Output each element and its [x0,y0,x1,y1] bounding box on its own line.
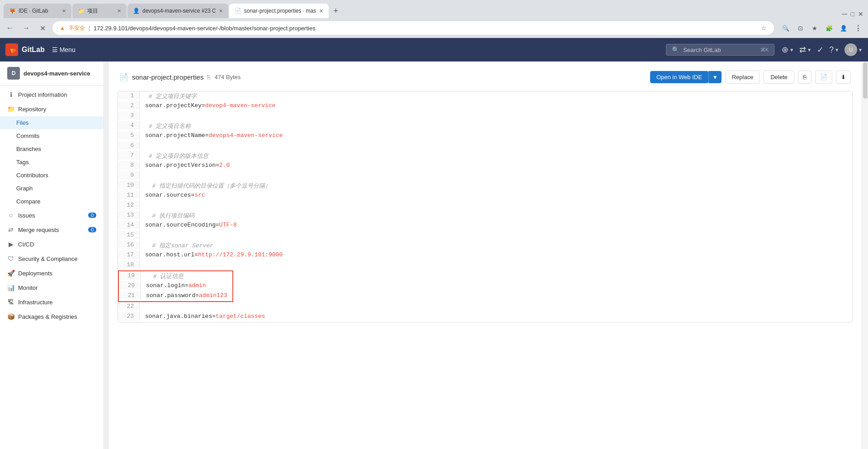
replace-button[interactable]: Replace [725,71,760,84]
todos-button[interactable]: ✓ [817,45,824,55]
sidebar-item-issues[interactable]: ○ Issues 0 [0,208,104,222]
sidebar-item-security[interactable]: 🛡 Security & Compliance [0,251,104,266]
code-viewer: 1 # 定义项目关键字 2 sonar.projectKey=devop4-ma… [118,91,853,322]
copy-raw-button[interactable]: ⎘ [798,71,811,84]
line-number-16: 16 [118,241,140,249]
sidebar-item-cicd[interactable]: ▶ CI/CD [0,237,104,251]
search-box[interactable]: 🔍 Search GitLab ⌘K [666,44,774,56]
new-tab-button[interactable]: + [329,4,343,18]
line-content-6 [140,141,154,150]
browser-close[interactable]: ✕ [858,10,863,18]
sidebar-item-repository[interactable]: 📁 Repository [0,102,104,116]
browser-tab-sonar[interactable]: 📄 sonar-project.properties · mas ✕ [229,4,329,18]
bookmark-manager-icon[interactable]: ★ [808,22,821,34]
browser-tab-devops[interactable]: 👤 devops4-maven-service #23 C ✕ [127,4,228,18]
line-content-14: sonar.sourceEncoding=UTF-8 [140,221,242,229]
line-content-17: sonar.host.url=http://172.29.9.101:9000 [140,250,288,259]
code-line-15: 15 [118,231,852,241]
browser-minimize[interactable]: ─ [842,10,847,18]
line-number-4: 4 [118,121,140,130]
line-content-22 [140,302,154,311]
line-number-8: 8 [118,161,140,170]
address-text[interactable]: 172.29.9.101/devops4/devops4-maven-servi… [94,25,757,32]
right-scrollbar[interactable] [862,61,868,449]
sidebar-sub-contributors[interactable]: Contributors [0,169,104,182]
extensions-icon[interactable]: 🧩 [823,22,835,34]
code-line-1: 1 # 定义项目关键字 [118,91,852,101]
code-line-17: 17 sonar.host.url=http://172.29.9.101:90… [118,250,852,260]
line-number-18: 18 [118,260,140,269]
tab-close-devops[interactable]: ✕ [219,8,223,14]
deployments-icon: 🚀 [7,269,14,277]
file-name-area: 📄 sonar-project.properties ⎘ 474 Bytes [119,73,241,81]
help-button[interactable]: ? ▼ [829,45,839,55]
sidebar-item-infrastructure[interactable]: 🏗 Infrastructure [0,295,104,309]
zoom-icon[interactable]: 🔍 [779,22,792,34]
gitlab-logo[interactable]: GitLab [5,43,45,56]
address-insecure-label: 不安全 [69,24,85,32]
tab-close-sonar[interactable]: ✕ [319,8,323,14]
line-content-5: sonar.projectName=devops4-maven-service [140,131,288,140]
download-button[interactable]: ⬇ [836,71,851,84]
delete-button[interactable]: Delete [764,71,794,84]
info-icon: ℹ [7,91,14,98]
tab-close-project[interactable]: ✕ [117,8,121,14]
line-content-23: sonar.java.binaries=target/classes [140,312,270,321]
user-menu[interactable]: U ▼ [844,43,863,56]
open-in-web-ide-dropdown[interactable]: ▼ [708,71,722,83]
line-content-9 [140,171,154,180]
create-button[interactable]: ⊕ ▼ [782,45,794,55]
issues-badge: 0 [88,213,96,218]
line-number-19: 19 [119,271,141,280]
cast-icon[interactable]: ⊡ [794,22,807,34]
tab-close-ide[interactable]: ✕ [62,8,66,14]
sidebar-item-merge-requests[interactable]: ⇄ Merge requests 0 [0,222,104,237]
menu-button[interactable]: ☰ Menu [52,46,75,53]
code-line-18: 18 [118,260,852,270]
line-number-3: 3 [118,111,140,120]
user-profile-btn[interactable]: 👤 [837,22,850,34]
browser-tab-project[interactable]: 📁 项目 ✕ [72,4,127,18]
line-content-12 [140,201,154,209]
merge-requests-badge: 0 [88,227,96,232]
raw-button[interactable]: 📄 [815,71,832,84]
line-number-9: 9 [118,171,140,180]
open-in-web-ide-button[interactable]: Open in Web IDE [650,71,708,83]
merge-requests-nav[interactable]: ⇄ ▼ [799,45,811,55]
project-name[interactable]: devops4-maven-service [24,70,90,77]
sidebar-scrollbar[interactable] [104,61,108,449]
sidebar-item-monitor[interactable]: 📊 Monitor [0,280,104,295]
check-icon: ✓ [817,45,824,55]
line-number-13: 13 [118,211,140,219]
sidebar-sub-tags[interactable]: Tags [0,156,104,169]
code-line-5: 5 sonar.projectName=devops4-maven-servic… [118,131,852,141]
cicd-icon: ▶ [7,241,14,248]
back-button[interactable]: ← [4,22,16,34]
sidebar-item-packages[interactable]: 📦 Packages & Registries [0,309,104,324]
browser-maximize[interactable]: □ [851,10,854,18]
sidebar-section-main: ℹ Project information 📁 Repository Files… [0,85,104,326]
code-line-10: 10 # 指定扫描代码的目录位置（多个逗号分隔） [118,181,852,191]
sidebar-sub-files[interactable]: Files [0,116,104,129]
sidebar-sub-compare[interactable]: Compare [0,195,104,208]
bookmark-icon[interactable]: ☆ [761,24,767,32]
copy-filename-button[interactable]: ⎘ [207,74,211,80]
line-number-10: 10 [118,181,140,189]
sidebar-sub-branches[interactable]: Branches [0,142,104,156]
forward-button[interactable]: → [20,22,33,34]
browser-tab-ide[interactable]: 🦊 IDE · GitLab ✕ [4,4,71,18]
user-dropdown-icon: ▼ [858,47,863,52]
highlighted-section: 19 # 认证信息 20 sonar.login=admin 21 sonar.… [118,270,233,302]
line-content-15 [140,231,154,239]
sidebar-item-project-info[interactable]: ℹ Project information [0,87,104,102]
code-line-21: 21 sonar.password=admin123 [119,291,232,301]
project-header: D devops4-maven-service [0,61,104,85]
sidebar-sub-commits[interactable]: Commits [0,129,104,142]
sidebar-sub-graph[interactable]: Graph [0,182,104,195]
code-line-4: 4 # 定义项目名称 [118,121,852,131]
file-name-label: sonar-project.properties [132,73,203,81]
sidebar-item-deployments[interactable]: 🚀 Deployments [0,266,104,280]
reload-button[interactable]: ✕ [36,22,49,34]
browser-menu-btn[interactable]: ⋮ [852,22,864,34]
line-number-12: 12 [118,201,140,209]
